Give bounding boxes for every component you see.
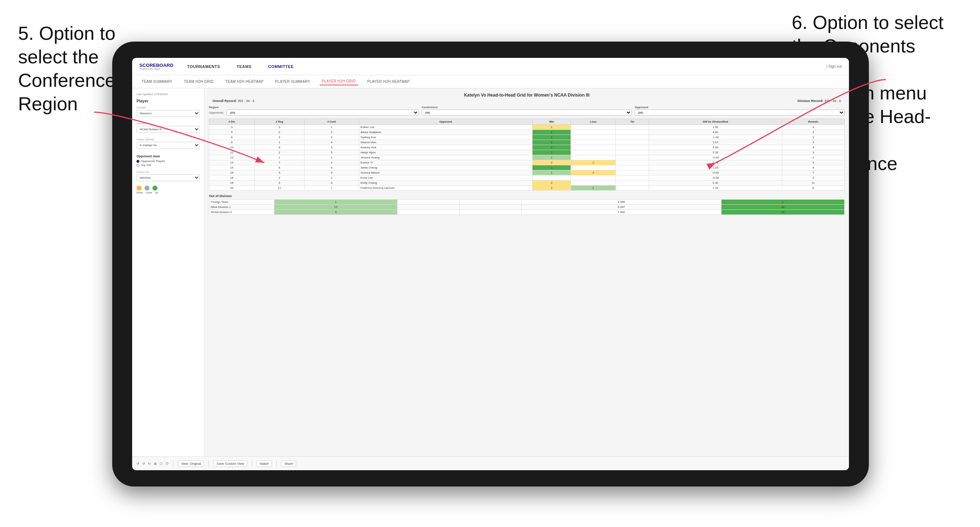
watch-btn[interactable]: Watch [256,460,272,467]
conference-select[interactable]: (All) [422,110,632,116]
filters-row: Region Opponents: (All) Conference (All) [209,106,845,116]
opponent-view-title: Opponent view [137,154,200,158]
sidebar-player-title: Player [137,99,200,103]
ood-row: NAIA Division 1 15 9.267 30 [209,205,845,210]
table-row: 3 3 1 Esther Lee 1 1.50 4 [209,125,845,130]
share-btn[interactable]: Share [281,460,296,467]
toolbar-paste[interactable]: ⬡ [160,462,162,465]
colour-up [153,186,158,190]
conference-label: Conference [422,106,632,109]
table-row: 18 2 2 Euna Lee -5.00 2 [209,175,845,181]
opponent-view-options: Opponents Played Top 100 [137,160,200,167]
nav-committee[interactable]: COMMITTEE [266,63,297,70]
opponent-label: Opponent [635,106,845,109]
nav-tournaments[interactable]: TOURNAMENTS [184,63,223,70]
colour-by-label: Colour by [137,170,200,174]
conference-filter: Conference (All) [422,106,632,116]
table-row: 9 1 4 Sharon Mun 1 3.67 3 [209,140,845,145]
table-row: 5 2 2 Alexis Sudjianto 1 4.00 3 [209,130,845,135]
toolbar-undo2[interactable]: ↺ [142,462,145,465]
col-win: Win [533,119,571,125]
toolbar-clock[interactable]: ⏱ [165,462,169,465]
colour-down [137,186,142,190]
nav-teams[interactable]: TEAMS [234,63,255,70]
table-row: 6 3 3 Sydney Kuo 1 -1.00 3 [209,135,845,140]
radio-dot-opponents [137,160,139,163]
tab-team-h2h-heatmap[interactable]: TEAM H2H HEATMAP [223,78,266,85]
main-content: Last Updated: 27/03/2024 Player Gender W… [132,88,849,470]
save-custom-view-btn[interactable]: Save Custom View [213,460,247,467]
division-record-label: Division Record: [797,99,824,103]
out-of-division-table: Foreign Team 1 4.500 2 NAIA Division 1 1… [209,199,845,215]
tablet-frame: SCOREBOARD Powered by clippd TOURNAMENTS… [112,41,869,486]
opponents-label: Opponents: [209,111,224,114]
out-of-division-label: Out of division [209,194,845,198]
last-updated: Last Updated: 27/03/2024 [137,93,200,96]
tab-team-summary[interactable]: TEAM SUMMARY [139,78,175,85]
logo: SCOREBOARD Powered by clippd [139,63,173,70]
colour-labels: Down Level Up [137,191,200,194]
ood-row: Foreign Team 1 4.500 2 [209,200,845,205]
table-row: 13 1 1 Jessica Huang 1 -3.00 2 [209,155,845,160]
toolbar-undo[interactable]: ↺ [137,462,139,465]
toolbar-copy[interactable]: ⊞ [154,462,157,465]
table-row: 19 6 6 Emily Chang 4 0.30 11 [209,181,845,186]
sub-nav: TEAM SUMMARY TEAM H2H GRID TEAM H2H HEAT… [132,75,849,88]
tab-player-summary[interactable]: PLAYER SUMMARY [273,78,312,85]
table-row: 14 7 4 Eunice Yi 2 2 0.38 9 [209,160,845,165]
annotation-left-line4: Region [18,93,78,114]
radio-opponents-played[interactable]: Opponents Played [137,160,200,163]
radio-dot-top100 [137,164,139,167]
toolbar-divider2 [208,460,209,467]
toolbar-divider3 [251,460,252,467]
table-row: 16 3 3 Jessica Mason 1 2 -0.94 7 [209,170,845,175]
tab-player-h2h-heatmap[interactable]: PLAYER H2H HEATMAP [365,78,412,85]
tablet-screen: SCOREBOARD Powered by clippd TOURNAMENTS… [132,58,849,470]
record-row: Overall Record: 353 - 34 - 6 Division Re… [209,99,845,103]
opponent-select[interactable]: (All) [635,110,845,116]
table-row: 20 11 7 Federica Domecq Lacroze 2 1 1.33… [209,186,845,190]
division-label: Division [137,122,200,125]
division-record-value: 331 - 34 - 6 [824,99,841,103]
overall-record-value: 353 - 34 - 6 [238,99,255,103]
sign-out[interactable]: | Sign out [827,64,842,68]
view-original-btn[interactable]: View: Original [178,460,204,467]
radio-top100[interactable]: Top 100 [137,163,200,167]
player-rank-label: Player (Rank) [137,138,200,141]
region-filter: Region Opponents: (All) [209,106,419,116]
table-row: 11 2 5 Heejo Hyun 1 3.33 3 [209,150,845,155]
tab-team-h2h-grid[interactable]: TEAM H2H GRID [182,78,216,85]
overall-record-label: Overall Record: [213,99,237,103]
app-header: SCOREBOARD Powered by clippd TOURNAMENTS… [132,58,849,75]
panel-title: Katelyn Vo Head-to-Head Grid for Women's… [209,93,845,98]
region-select[interactable]: (All) [227,110,419,116]
col-tie: Tie [616,119,649,125]
sidebar: Last Updated: 27/03/2024 Player Gender W… [132,88,205,470]
colour-by-select[interactable]: Win/loss [137,175,200,181]
ood-row: NCAA Division 2 5 7.400 10 [209,210,845,215]
col-rounds: Rounds [782,119,844,125]
annotation-left-line1: 5. Option to [18,23,116,44]
col-div: # Div [209,119,255,125]
content-panel: Katelyn Vo Head-to-Head Grid for Women's… [205,88,849,470]
table-row: 10 6 3 Andrea York 2 4.00 4 [209,145,845,150]
toolbar-divider1 [173,460,173,467]
gender-select[interactable]: Women's [137,110,200,117]
col-diff: Diff Av Strokes/Rnd [649,119,782,125]
bottom-toolbar: ↺ ↺ ↻ ⊞ ⬡ ⏱ View: Original Save Custom V… [132,457,849,470]
region-label: Region [209,106,219,109]
col-opponent: Opponent [359,119,533,125]
colour-level [145,186,150,190]
tab-player-h2h-grid[interactable]: PLAYER H2H GRID [320,78,358,85]
toolbar-redo[interactable]: ↻ [148,462,151,465]
annotation-right-line1: 6. Option to select [792,12,943,33]
division-select[interactable]: NCAA Division III [137,126,200,133]
gender-label: Gender [137,106,200,109]
toolbar-divider4 [276,460,277,467]
h2h-table: # Div # Reg # Conf Opponent Win Loss Tie… [209,119,845,190]
player-rank-select[interactable]: 8. Katelyn Vo [137,142,200,149]
col-conf: # Conf [304,119,359,125]
opponent-filter: Opponent (All) [635,106,845,116]
col-loss: Loss [571,119,616,125]
annotation-left-line2: select the [18,46,99,67]
